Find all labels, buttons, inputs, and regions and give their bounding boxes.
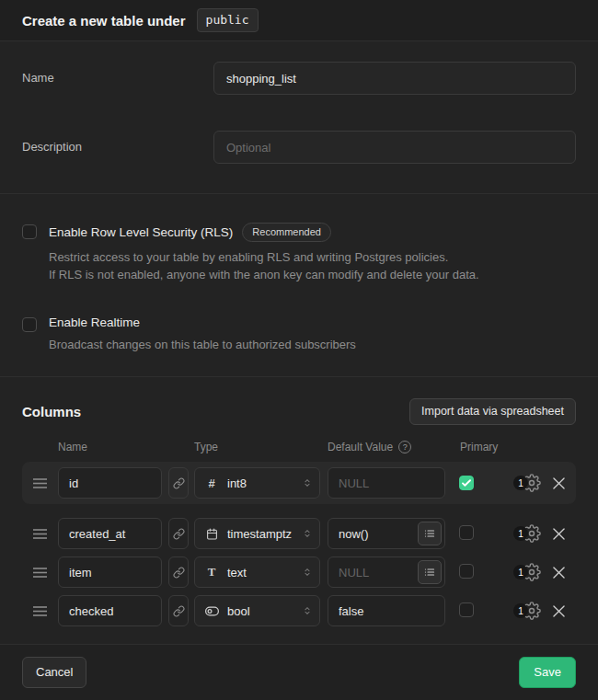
dialog-footer: Cancel Save bbox=[0, 644, 598, 700]
column-type-label: text bbox=[227, 566, 303, 580]
table-name-input[interactable] bbox=[213, 62, 576, 95]
primary-checkbox[interactable] bbox=[459, 564, 474, 579]
hash-icon: # bbox=[204, 476, 219, 490]
header-default-value: Default Value bbox=[328, 441, 393, 453]
table-options-section: Enable Row Level Security (RLS) Recommen… bbox=[0, 194, 598, 377]
save-button[interactable]: Save bbox=[519, 657, 576, 688]
drag-handle-icon[interactable] bbox=[22, 567, 58, 579]
toggle-icon bbox=[204, 606, 219, 616]
primary-checkbox[interactable] bbox=[459, 476, 474, 490]
foreign-key-icon[interactable] bbox=[168, 595, 189, 626]
dialog-title: Create a new table under bbox=[22, 13, 186, 29]
columns-table-header: Name Type Default Value ? Primary bbox=[22, 441, 576, 453]
column-name-input[interactable] bbox=[58, 557, 162, 588]
realtime-checkbox[interactable] bbox=[22, 317, 37, 332]
realtime-option: Enable Realtime Broadcast changes on thi… bbox=[22, 316, 576, 353]
header-type: Type bbox=[194, 441, 320, 453]
name-label: Name bbox=[22, 62, 213, 85]
columns-title: Columns bbox=[22, 404, 81, 419]
column-name-input[interactable] bbox=[58, 595, 162, 626]
chevron-up-down-icon bbox=[303, 476, 312, 489]
column-type-label: timestamptz bbox=[227, 527, 303, 541]
column-name-input[interactable] bbox=[58, 518, 162, 549]
rls-description: Restrict access to your table by enablin… bbox=[49, 248, 479, 283]
remove-column-icon[interactable] bbox=[553, 528, 565, 540]
chevron-up-down-icon bbox=[303, 527, 312, 540]
import-spreadsheet-button[interactable]: Import data via spreadsheet bbox=[409, 398, 576, 425]
dialog-header: Create a new table under public bbox=[0, 0, 598, 41]
settings-count-badge: 1 bbox=[513, 526, 528, 541]
settings-count-badge: 1 bbox=[513, 476, 528, 490]
columns-section: Columns Import data via spreadsheet Name… bbox=[0, 377, 598, 644]
default-value-menu-icon[interactable] bbox=[418, 560, 442, 584]
foreign-key-icon[interactable] bbox=[168, 557, 189, 588]
rls-option: Enable Row Level Security (RLS) Recommen… bbox=[22, 223, 576, 283]
column-row-created-at: timestamptz 1 bbox=[22, 514, 576, 553]
default-value-input[interactable] bbox=[328, 595, 445, 626]
header-primary: Primary bbox=[460, 441, 498, 453]
foreign-key-icon[interactable] bbox=[168, 467, 189, 499]
settings-count-badge: 1 bbox=[513, 565, 528, 580]
primary-checkbox[interactable] bbox=[459, 602, 474, 617]
realtime-label: Enable Realtime bbox=[49, 316, 140, 329]
column-type-select[interactable]: bool bbox=[194, 595, 320, 626]
remove-column-icon[interactable] bbox=[553, 605, 565, 617]
text-type-icon: T bbox=[204, 565, 219, 580]
primary-checkbox[interactable] bbox=[459, 525, 474, 540]
calendar-icon bbox=[204, 528, 219, 540]
column-name-input[interactable] bbox=[58, 467, 162, 499]
column-row-id: # int8 1 bbox=[22, 462, 576, 504]
drag-handle-icon[interactable] bbox=[22, 528, 58, 540]
column-type-label: bool bbox=[227, 604, 303, 618]
realtime-description: Broadcast changes on this table to autho… bbox=[49, 336, 356, 353]
foreign-key-icon[interactable] bbox=[168, 518, 189, 549]
default-value-input[interactable] bbox=[328, 467, 445, 499]
remove-column-icon[interactable] bbox=[553, 477, 565, 489]
column-type-select[interactable]: # int8 bbox=[194, 467, 320, 499]
rls-label: Enable Row Level Security (RLS) bbox=[49, 225, 233, 239]
column-type-select[interactable]: timestamptz bbox=[194, 518, 320, 549]
chevron-up-down-icon bbox=[303, 566, 312, 579]
drag-handle-icon[interactable] bbox=[22, 605, 58, 617]
drag-handle-icon[interactable] bbox=[22, 477, 58, 489]
column-row-item: T text 1 bbox=[22, 553, 576, 591]
chevron-up-down-icon bbox=[303, 604, 312, 617]
table-info-section: Name Description bbox=[0, 41, 598, 194]
column-type-select[interactable]: T text bbox=[194, 557, 320, 588]
description-label: Description bbox=[22, 131, 213, 154]
settings-count-badge: 1 bbox=[513, 603, 528, 618]
cancel-button[interactable]: Cancel bbox=[22, 657, 86, 688]
rls-checkbox[interactable] bbox=[22, 224, 37, 239]
table-description-input[interactable] bbox=[213, 131, 576, 164]
recommended-badge: Recommended bbox=[242, 223, 331, 242]
help-icon[interactable]: ? bbox=[398, 441, 411, 453]
column-row-checked: bool 1 bbox=[22, 591, 576, 630]
header-name: Name bbox=[58, 441, 162, 453]
remove-column-icon[interactable] bbox=[553, 567, 565, 579]
default-value-menu-icon[interactable] bbox=[418, 522, 442, 545]
column-type-label: int8 bbox=[227, 476, 303, 490]
schema-badge: public bbox=[197, 8, 259, 32]
